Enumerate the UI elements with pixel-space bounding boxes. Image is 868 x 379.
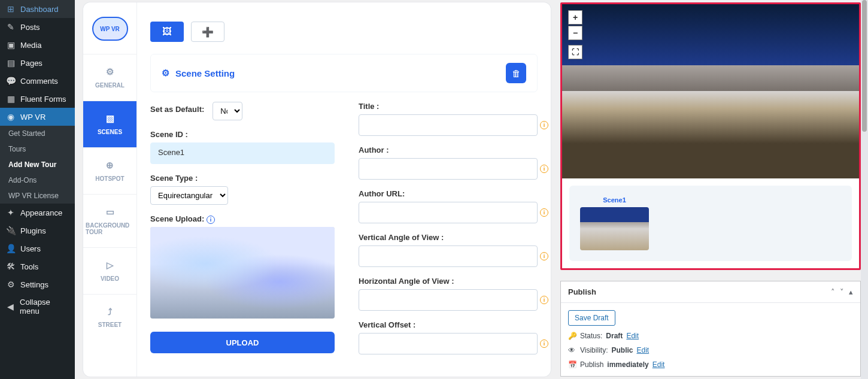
info-icon[interactable]: i (540, 208, 548, 217)
scene-type-select[interactable]: Equirectangular (150, 186, 228, 205)
sidebar-item-wpvr[interactable]: ◉WP VR (0, 108, 75, 126)
upload-button[interactable]: UPLOAD (150, 332, 335, 353)
pages-icon: ▤ (6, 58, 16, 68)
vtab-hotspot[interactable]: ⊕HOTSPOT (83, 147, 136, 194)
gear-icon: ⚙ (106, 66, 114, 77)
title-input[interactable] (359, 114, 538, 136)
author-url-input[interactable] (359, 202, 538, 223)
zoom-in-button[interactable]: + (568, 10, 582, 25)
info-icon[interactable]: i (540, 339, 548, 348)
vav-input[interactable] (359, 245, 538, 267)
chevron-up-icon[interactable]: ˄ (831, 287, 835, 296)
right-sidebar: + − ⛶ Scene1 Publish ˄ ˅ ▴ (560, 0, 861, 379)
wrench-icon: 🛠 (6, 262, 16, 271)
info-icon[interactable]: i (540, 252, 548, 260)
info-icon[interactable]: i (540, 121, 548, 129)
image-icon: ▧ (106, 113, 114, 124)
collapse-icon: ◀ (6, 302, 15, 311)
sidebar-item-dashboard[interactable]: ⊞Dashboard (0, 0, 75, 18)
panorama-viewer[interactable]: + − ⛶ (562, 4, 859, 178)
sidebar-item-plugins[interactable]: 🔌Plugins (0, 222, 75, 239)
sidebar-item-media[interactable]: ▣Media (0, 36, 75, 54)
sidebar-item-tools[interactable]: 🛠Tools (0, 257, 75, 275)
zoom-out-button[interactable]: − (568, 26, 582, 40)
sidebar-item-pages[interactable]: ▤Pages (0, 54, 75, 72)
sidebar-sub-tours[interactable]: Tours (0, 141, 75, 157)
sidebar-item-users[interactable]: 👤Users (0, 239, 75, 257)
chevron-down-icon[interactable]: ˅ (840, 287, 844, 296)
gear-icon: ⚙ (162, 68, 169, 78)
hav-label: Horizontal Angle of View : (359, 277, 454, 286)
sidebar-sub-license[interactable]: WP VR License (0, 188, 75, 204)
visibility-row: 👁 Visibility: Public Edit (568, 346, 853, 354)
sidebar-item-appearance[interactable]: ✦Appearance (0, 204, 75, 222)
tab-button-add[interactable]: ➕ (191, 22, 224, 42)
gear-icon: ⚙ (6, 280, 16, 289)
fullscreen-button[interactable]: ⛶ (568, 45, 582, 59)
set-default-select[interactable]: No (213, 102, 242, 120)
vtab-street[interactable]: ⤴STREET (83, 294, 136, 340)
scene-id-label: Scene ID : (150, 130, 188, 139)
monitor-icon: ▭ (106, 207, 114, 217)
gauge-icon: ⊞ (6, 4, 16, 14)
editor-container: WP VR ⚙GENERAL ▧SCENES ⊕HOTSPOT ▭BACKGRO… (83, 2, 551, 377)
brush-icon: ✦ (6, 208, 16, 217)
sidebar-sub-add-new-tour[interactable]: Add New Tour (0, 157, 75, 172)
vtab-general[interactable]: ⚙GENERAL (83, 54, 136, 101)
scene-upload-preview (150, 227, 335, 319)
preview-panel: + − ⛶ Scene1 (560, 2, 861, 270)
status-row: 🔑 Status: Draft Edit (568, 332, 853, 340)
edit-status-link[interactable]: Edit (626, 332, 639, 340)
editor-main: 🖼 ➕ ⚙ Scene Setting 🗑 Set as Default: No (137, 2, 551, 377)
hav-input[interactable] (359, 289, 538, 311)
info-icon[interactable]: i (540, 296, 548, 304)
scene-form: Set as Default: No Scene ID : Scene1 Sce… (150, 102, 538, 364)
page-scrollbar[interactable] (861, 0, 868, 379)
voff-input[interactable] (359, 333, 538, 354)
author-input[interactable] (359, 158, 538, 180)
scene-id-value: Scene1 (150, 142, 335, 164)
plus-icon: ➕ (202, 26, 214, 38)
street-icon: ⤴ (108, 307, 113, 317)
trash-icon: 🗑 (512, 68, 521, 78)
pin-icon: ✎ (6, 22, 16, 32)
sidebar-sub-addons[interactable]: Add-Ons (0, 172, 75, 188)
video-icon: ▷ (107, 260, 114, 271)
wp-admin-sidebar: ⊞Dashboard ✎Posts ▣Media ▤Pages 💬Comment… (0, 0, 75, 379)
set-default-label: Set as Default: (150, 105, 204, 114)
vtab-background-tour[interactable]: ▭BACKGROUND TOUR (83, 194, 136, 247)
voff-label: Vertical Offset : (359, 320, 415, 329)
sidebar-item-fluent-forms[interactable]: ▦Fluent Forms (0, 90, 75, 108)
tab-button-image[interactable]: 🖼 (150, 22, 184, 42)
publish-title: Publish (568, 287, 596, 296)
caret-up-icon[interactable]: ▴ (849, 287, 853, 296)
user-icon: 👤 (6, 244, 16, 253)
calendar-icon: 📅 (568, 360, 576, 369)
vtab-scenes[interactable]: ▧SCENES (83, 101, 136, 147)
scene-type-label: Scene Type : (150, 174, 198, 183)
scene-setting-title: ⚙ Scene Setting (162, 68, 235, 78)
vtab-video[interactable]: ▷VIDEO (83, 247, 136, 294)
sidebar-item-collapse[interactable]: ◀Collapse menu (0, 293, 75, 320)
info-icon[interactable]: i (207, 216, 215, 224)
info-icon[interactable]: i (540, 165, 548, 173)
publish-metabox: Publish ˄ ˅ ▴ Save Draft 🔑 Status: Draft… (560, 281, 861, 377)
edit-schedule-link[interactable]: Edit (652, 360, 665, 369)
media-icon: ▣ (6, 40, 16, 50)
scene-thumb[interactable]: Scene1 (580, 196, 649, 250)
sidebar-item-settings[interactable]: ⚙Settings (0, 275, 75, 293)
panorama-image (562, 4, 859, 178)
sidebar-sub-get-started[interactable]: Get Started (0, 126, 75, 141)
sidebar-item-posts[interactable]: ✎Posts (0, 18, 75, 36)
forms-icon: ▦ (6, 94, 16, 104)
save-draft-button[interactable]: Save Draft (568, 310, 615, 326)
scene-thumb-label: Scene1 (603, 196, 626, 204)
wpvr-icon: ◉ (6, 112, 16, 122)
image-icon: 🖼 (162, 26, 172, 37)
sidebar-item-comments[interactable]: 💬Comments (0, 72, 75, 90)
scene-thumbnails: Scene1 (569, 186, 852, 261)
target-icon: ⊕ (106, 160, 114, 171)
edit-visibility-link[interactable]: Edit (636, 346, 649, 354)
eye-icon: 👁 (568, 346, 576, 354)
delete-scene-button[interactable]: 🗑 (506, 63, 526, 83)
